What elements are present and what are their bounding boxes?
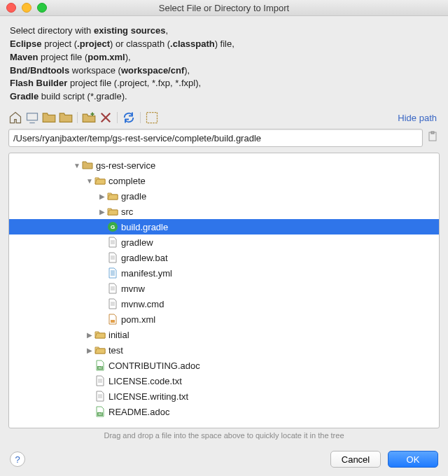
tree-row[interactable]: mvnw.cmd — [9, 296, 439, 312]
tree-item-label: build.gradle — [121, 222, 168, 232]
tree-item-label: mvnw.cmd — [121, 299, 164, 309]
chevron-right-icon[interactable]: ▶ — [97, 208, 107, 216]
tree-item-label: pom.xml — [121, 314, 155, 325]
hide-path-link[interactable]: Hide path — [398, 113, 437, 123]
tree-row[interactable]: CONTRIBUTING.adoc — [9, 358, 439, 373]
paste-path-button[interactable] — [427, 131, 440, 145]
folder-icon — [82, 160, 93, 171]
tree-item-label: gradlew.bat — [121, 253, 168, 263]
chevron-down-icon[interactable]: ▼ — [85, 177, 94, 185]
tree-item-label: LICENSE.code.txt — [108, 376, 182, 386]
separator-icon — [140, 112, 141, 123]
home-button[interactable] — [8, 111, 22, 125]
folder-open-icon — [94, 344, 106, 356]
folder-open-icon — [94, 175, 106, 186]
tree-item-label: manifest.yml — [121, 268, 172, 279]
file-icon — [107, 237, 118, 248]
tree-row[interactable]: manifest.yml — [9, 265, 439, 281]
chevron-right-icon[interactable]: ▶ — [85, 331, 94, 339]
tree-row[interactable]: build.gradle — [9, 219, 439, 234]
help-button[interactable]: ? — [10, 451, 25, 467]
file-tree[interactable]: ▼gs-rest-service▼complete▶gradle▶srcbuil… — [8, 153, 440, 428]
tree-item-label: initial — [108, 330, 130, 340]
new-folder-button[interactable] — [82, 111, 96, 125]
file-icon — [107, 283, 118, 294]
file-icon — [107, 298, 118, 309]
chevron-down-icon[interactable]: ▼ — [72, 162, 82, 169]
tree-item-label: gs-rest-service — [96, 160, 155, 171]
tree-row[interactable]: ▶gradle — [9, 188, 439, 204]
gradle-icon — [107, 221, 118, 232]
ok-button[interactable]: OK — [388, 451, 438, 468]
tree-item-label: CONTRIBUTING.adoc — [108, 360, 200, 371]
yml-icon — [107, 267, 118, 279]
tree-item-label: README.adoc — [108, 407, 169, 417]
tree-row[interactable]: ▶src — [9, 204, 439, 219]
adoc-icon — [94, 406, 106, 417]
tree-row[interactable]: ▼gs-rest-service — [9, 158, 439, 173]
tree-item-label: test — [108, 345, 123, 356]
tree-item-label: gradlew — [121, 237, 153, 248]
tree-row[interactable]: ▼complete — [9, 173, 439, 188]
tree-row[interactable]: README.adoc — [9, 404, 439, 419]
tree-row[interactable]: LICENSE.code.txt — [9, 373, 439, 388]
desktop-button[interactable] — [25, 111, 39, 125]
folder-open-icon — [107, 206, 118, 217]
chevron-right-icon[interactable]: ▶ — [85, 346, 94, 354]
path-input[interactable] — [8, 129, 423, 147]
separator-icon — [77, 112, 78, 123]
show-hidden-button[interactable] — [145, 111, 159, 125]
file-icon — [107, 252, 118, 263]
cancel-button[interactable]: Cancel — [330, 451, 381, 468]
project-button[interactable] — [42, 111, 56, 125]
tree-row[interactable]: ▶initial — [9, 327, 439, 342]
window-title: Select File or Directory to Import — [0, 3, 448, 13]
tree-item-label: LICENSE.writing.txt — [108, 391, 188, 402]
tree-item-label: mvnw — [121, 284, 145, 294]
xml-icon — [107, 314, 118, 325]
tree-item-label: complete — [108, 176, 146, 186]
module-button[interactable] — [59, 111, 73, 125]
tree-row[interactable]: gradlew — [9, 234, 439, 250]
toolbar: Hide path — [0, 109, 448, 129]
tree-item-label: src — [121, 206, 133, 217]
refresh-button[interactable] — [122, 111, 136, 125]
svg-rect-8 — [27, 113, 38, 120]
dialog-footer: ? Cancel OK — [0, 447, 448, 476]
file-icon — [94, 375, 106, 386]
folder-open-icon — [94, 329, 106, 340]
tree-row[interactable]: mvnw — [9, 281, 439, 296]
dialog-window: Select File or Directory to Import Selec… — [0, 0, 448, 476]
titlebar: Select File or Directory to Import — [0, 0, 448, 16]
separator-icon — [117, 112, 118, 123]
adoc-icon — [94, 360, 106, 371]
tree-row[interactable]: gradlew.bat — [9, 250, 439, 265]
tree-row[interactable]: ▶test — [9, 342, 439, 358]
delete-button[interactable] — [99, 111, 113, 125]
tree-row[interactable]: pom.xml — [9, 312, 439, 327]
tree-row[interactable]: LICENSE.writing.txt — [9, 388, 439, 404]
drag-hint: Drag and drop a file into the space abov… — [0, 428, 448, 447]
tree-item-label: gradle — [121, 191, 146, 202]
chevron-right-icon[interactable]: ▶ — [97, 192, 107, 200]
folder-open-icon — [107, 190, 118, 202]
file-icon — [94, 391, 106, 402]
